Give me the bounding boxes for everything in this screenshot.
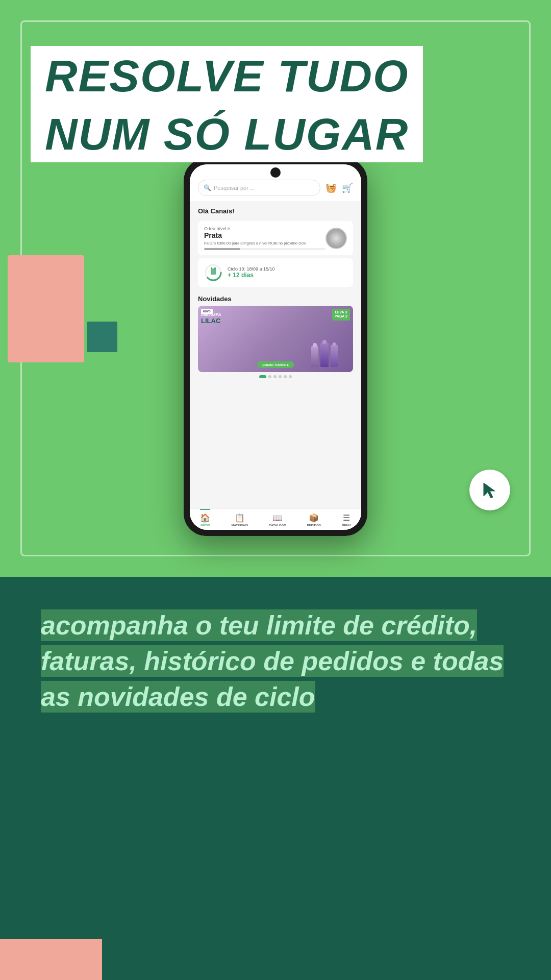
svg-marker-5 xyxy=(484,483,495,498)
level-desc: Faltam €300.00 para atingires o nível RU… xyxy=(204,241,325,246)
level-name: Prata xyxy=(204,231,325,239)
search-icon: 🔍 xyxy=(204,184,211,191)
nav-label-menu: MENU xyxy=(342,524,351,527)
svg-rect-3 xyxy=(211,267,212,269)
nav-icon-menu: ☰ xyxy=(343,513,350,523)
greeting-section: Olá Canais! xyxy=(190,201,361,218)
search-bar[interactable]: 🔍 Pesquisar por ... xyxy=(198,180,320,196)
nav-item-inicio[interactable]: 🏠 INÍCIO xyxy=(200,509,210,527)
headline-line2: NUM SÓ LUGAR xyxy=(31,106,423,162)
level-card: O teu nível é Prata Faltam €300.00 para … xyxy=(198,221,353,255)
level-label: O teu nível é xyxy=(204,226,325,231)
top-section: RESOLVE TUDO NUM SÓ LUGAR 🔍 Pesquisar po… xyxy=(0,0,551,577)
phone-notch xyxy=(270,167,281,178)
novidades-section: Novidades NOVO nativoSPA LILAC LEVA 3PAG… xyxy=(190,290,361,381)
dot-2[interactable] xyxy=(268,375,271,378)
dot-6[interactable] xyxy=(289,375,292,378)
nav-label-inicio: INÍCIO xyxy=(201,524,210,527)
cart-icon[interactable]: 🛒 xyxy=(342,182,353,193)
phone-screen: 🔍 Pesquisar por ... 🧺 🛒 Olá Canais! xyxy=(190,164,361,530)
bottom-text-content: acompanha o teu limite de crédito, fatur… xyxy=(41,609,504,713)
novidades-title: Novidades xyxy=(198,295,353,303)
cycle-days: + 12 dias xyxy=(228,272,275,279)
headline-area: RESOLVE TUDO NUM SÓ LUGAR xyxy=(31,46,551,162)
banner-brand: nativoSPA LILAC xyxy=(201,313,221,325)
teal-decorative-rect xyxy=(87,322,117,352)
pagination-dots xyxy=(198,375,353,378)
phone-navbar: 🏠 INÍCIO 📋 MATERIAIS 📖 CATÁLOGO 📦 PEDIDO… xyxy=(190,508,361,530)
cycle-title: Ciclo 10: 18/09 a 15/10 xyxy=(228,266,275,272)
banner-brand-line2: LILAC xyxy=(201,317,221,325)
level-info: O teu nível é Prata Faltam €300.00 para … xyxy=(204,226,325,250)
banner-promo: LEVA 3PAGA 2 xyxy=(332,309,350,321)
headline-line1: RESOLVE TUDO xyxy=(31,46,423,106)
nav-item-pedidos[interactable]: 📦 PEDIDOS xyxy=(307,513,321,527)
nav-item-materiais[interactable]: 📋 MATERIAIS xyxy=(231,513,248,527)
nav-label-catalogo: CATÁLOGO xyxy=(269,524,286,527)
nav-icon-catalogo: 📖 xyxy=(272,513,283,523)
greeting-text: Olá Canais! xyxy=(198,207,353,215)
cycle-card: Ciclo 10: 18/09 a 15/10 + 12 dias xyxy=(198,258,353,287)
progress-bar xyxy=(204,248,325,250)
nav-label-pedidos: PEDIDOS xyxy=(307,524,321,527)
nav-icon-inicio: 🏠 xyxy=(200,513,210,523)
phone-mockup: 🔍 Pesquisar por ... 🧺 🛒 Olá Canais! xyxy=(184,158,367,536)
bottom-description: acompanha o teu limite de crédito, fatur… xyxy=(41,607,510,715)
dot-5[interactable] xyxy=(284,375,287,378)
dot-1[interactable] xyxy=(259,375,266,378)
dot-3[interactable] xyxy=(273,375,277,378)
pink-decorative-rect xyxy=(8,255,84,362)
pink-bottom-decoration xyxy=(0,939,102,980)
svg-rect-2 xyxy=(211,268,216,275)
nav-item-menu[interactable]: ☰ MENU xyxy=(342,513,351,527)
headline-text-line2: NUM SÓ LUGAR xyxy=(45,109,409,159)
phone-outer-frame: 🔍 Pesquisar por ... 🧺 🛒 Olá Canais! xyxy=(184,158,367,536)
nav-icon-pedidos: 📦 xyxy=(309,513,319,523)
cycle-icon xyxy=(204,263,222,282)
cursor-indicator xyxy=(469,470,510,510)
nav-item-catalogo[interactable]: 📖 CATÁLOGO xyxy=(269,513,286,527)
nav-label-materiais: MATERIAIS xyxy=(231,524,248,527)
nav-icon-materiais: 📋 xyxy=(235,513,245,523)
bottom-section: acompanha o teu limite de crédito, fatur… xyxy=(0,577,551,980)
phone-body: Olá Canais! O teu nível é Prata Faltam €… xyxy=(190,201,361,508)
cycle-info: Ciclo 10: 18/09 a 15/10 + 12 dias xyxy=(228,266,275,279)
search-placeholder-text: Pesquisar por ... xyxy=(214,185,255,191)
progress-fill xyxy=(204,248,240,250)
basket-icon[interactable]: 🧺 xyxy=(325,182,337,193)
level-badge-icon xyxy=(325,228,347,249)
svg-rect-4 xyxy=(214,267,216,269)
headline-text-line1: RESOLVE TUDO xyxy=(45,51,409,101)
banner-products xyxy=(311,342,338,367)
novidades-banner[interactable]: NOVO nativoSPA LILAC LEVA 3PAGA 2 xyxy=(198,306,353,372)
banner-cta[interactable]: QUERO TODOS! ▸ xyxy=(257,361,294,368)
dot-4[interactable] xyxy=(279,375,282,378)
header-icons: 🧺 🛒 xyxy=(325,182,353,193)
